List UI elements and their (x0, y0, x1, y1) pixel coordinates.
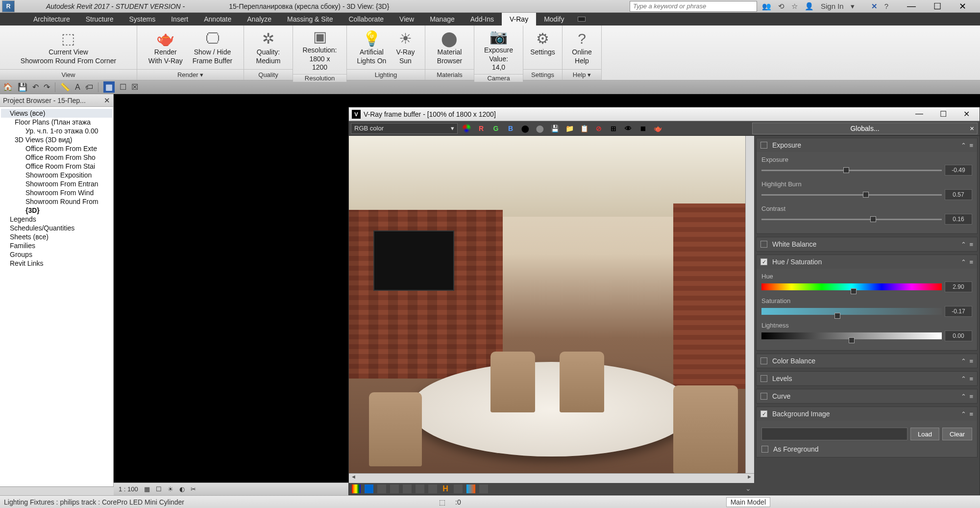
tree-item[interactable]: Showroom From Wind (1, 188, 112, 197)
text-icon[interactable]: A (75, 83, 80, 92)
sun-path-icon[interactable]: ☀ (168, 485, 173, 493)
tree-item[interactable]: {3D} (1, 206, 112, 215)
exposure-value[interactable]: -0.49 (945, 165, 972, 176)
exposure-slider[interactable] (761, 170, 942, 171)
clipboard-icon[interactable]: 📋 (578, 123, 590, 134)
exposure-button[interactable]: 📷ExposureValue: 14,0 (478, 27, 519, 72)
hue-value[interactable]: 2.90 (945, 281, 972, 292)
contrast-slider[interactable] (761, 219, 942, 220)
pixel-icon[interactable] (377, 484, 386, 493)
curve-checkbox[interactable] (760, 393, 767, 400)
tree-item[interactable]: Office Room From Sho (1, 153, 112, 162)
lens-icon[interactable] (416, 484, 424, 493)
green-channel-button[interactable]: G (490, 123, 502, 134)
user-icon[interactable]: 👤 (805, 2, 814, 11)
lightness-slider[interactable] (761, 332, 942, 339)
rendered-image[interactable] (349, 136, 754, 473)
menu-systems[interactable]: Systems (122, 13, 164, 25)
undo-icon[interactable]: ↶ (32, 82, 39, 92)
panel-close-icon[interactable]: ✕ (104, 96, 110, 105)
visual-style-icon[interactable]: ☐ (156, 485, 162, 493)
clear-button[interactable]: Clear (942, 428, 972, 440)
save-icon[interactable]: 💾 (18, 82, 27, 92)
close-hidden-icon[interactable]: ☒ (131, 82, 138, 92)
window-icon[interactable]: ☐ (120, 82, 126, 92)
wb-checkbox[interactable] (760, 241, 767, 248)
exposure-checkbox[interactable] (760, 142, 767, 149)
saturation-value[interactable]: -0.17 (945, 306, 972, 317)
menu-analyze[interactable]: Analyze (239, 13, 279, 25)
menu-structure[interactable]: Structure (78, 13, 122, 25)
lut-icon[interactable] (466, 484, 475, 493)
vfb-titlebar[interactable]: V V-Ray frame buffer - [100% of 1800 x 1… (349, 107, 980, 121)
h-icon[interactable]: H (441, 484, 450, 493)
vfb-vscrollbar[interactable] (745, 136, 754, 473)
shadows-icon[interactable]: ◐ (179, 485, 185, 493)
curve-header[interactable]: Curve⌃≡ (757, 389, 977, 403)
collapse-icon[interactable]: ⌃ (961, 142, 966, 149)
record-icon[interactable] (578, 17, 586, 22)
artificial-lights-button[interactable]: 💡ArtificialLights On (352, 29, 391, 65)
quality-button[interactable]: ✲Quality:Medium (251, 29, 286, 65)
compare-icon[interactable] (428, 484, 437, 493)
tree-item[interactable]: Ур. ч.п. 1-го этажа 0.00 (1, 127, 112, 135)
channel-dropdown[interactable]: RGB color▾ (351, 123, 458, 134)
redo-icon[interactable]: ↷ (44, 82, 50, 92)
bg-checkbox[interactable]: ✓ (760, 410, 767, 417)
region-icon[interactable]: ⊞ (608, 123, 619, 134)
home-icon[interactable]: 🏠 (3, 82, 13, 92)
render-button[interactable]: 🫖RenderWith V-Ray (144, 29, 188, 65)
menu-modify[interactable]: Modify (536, 13, 572, 25)
levels-icon[interactable] (390, 484, 399, 493)
history-icon[interactable] (479, 484, 488, 493)
help-icon[interactable]: ? (884, 2, 888, 10)
highlight-value[interactable]: 0.57 (945, 189, 972, 200)
subs-icon[interactable]: 👥 (762, 2, 771, 11)
as-foreground-checkbox[interactable] (761, 446, 768, 453)
menu-massing[interactable]: Massing & Site (279, 13, 341, 25)
tree-item[interactable]: Legends (1, 215, 112, 224)
dropdown-icon[interactable]: ▾ (851, 2, 855, 11)
menu-insert[interactable]: Insert (163, 13, 196, 25)
settings-button[interactable]: ⚙Settings (525, 29, 560, 65)
resolution-button[interactable]: ▣Resolution:1800 x 1200 (297, 27, 343, 72)
globals-button[interactable]: Globals... (752, 123, 978, 134)
minimize-button[interactable]: — (907, 1, 916, 12)
rgb-icon[interactable] (461, 123, 472, 134)
tree-item[interactable]: Office Room From Stai (1, 162, 112, 171)
menu-vray[interactable]: V-Ray (502, 13, 536, 25)
current-view-button[interactable]: ⬚Current ViewShowroom Round From Corner (16, 29, 121, 65)
bg-image-header[interactable]: ✓Background Image⌃≡ (757, 407, 977, 421)
ribbon-group-render[interactable]: Render ▾ (137, 69, 244, 80)
tree-item[interactable]: Views (все) (1, 109, 112, 118)
close-button[interactable]: ✕ (959, 1, 966, 12)
tree-item[interactable]: Schedules/Quantities (1, 224, 112, 232)
load-button[interactable]: Load (910, 428, 939, 440)
tree-item[interactable]: Showroom Round From (1, 197, 112, 206)
menu-annotate[interactable]: Annotate (196, 13, 239, 25)
levels-header[interactable]: Levels⌃≡ (757, 372, 977, 385)
revit-logo-icon[interactable]: R (2, 0, 15, 12)
stamp-icon[interactable] (454, 484, 463, 493)
worksets-icon[interactable]: ⬚ (439, 498, 445, 506)
frame-buffer-button[interactable]: 🖵Show / HideFrame Buffer (188, 29, 237, 65)
online-help-button[interactable]: ?OnlineHelp (567, 29, 596, 65)
tree-item[interactable]: Sheets (все) (1, 232, 112, 241)
tree-item[interactable]: Showroom From Entran (1, 179, 112, 188)
color-bar-icon[interactable] (352, 484, 361, 493)
saturation-slider[interactable] (761, 308, 942, 315)
highlight-slider[interactable] (761, 194, 942, 196)
track-mouse-icon[interactable]: 👁 (622, 123, 634, 134)
open-folder-icon[interactable]: 📁 (564, 123, 575, 134)
vray-sun-button[interactable]: ☀V-RaySun (391, 29, 419, 65)
search-input[interactable] (630, 1, 757, 12)
stop-icon[interactable]: ⏹ (637, 123, 649, 134)
white-balance-header[interactable]: White Balance⌃≡ (757, 237, 977, 251)
info-icon[interactable] (365, 484, 373, 493)
material-browser-button[interactable]: ⬤MaterialBrowser (432, 29, 467, 65)
menu-icon[interactable]: ≡ (969, 142, 973, 149)
vfb-close-button[interactable]: ✕ (963, 109, 970, 119)
hue-slider[interactable] (761, 283, 942, 290)
sync-icon[interactable]: ⟲ (778, 2, 784, 11)
mono-white-icon[interactable]: ⬤ (519, 123, 531, 134)
